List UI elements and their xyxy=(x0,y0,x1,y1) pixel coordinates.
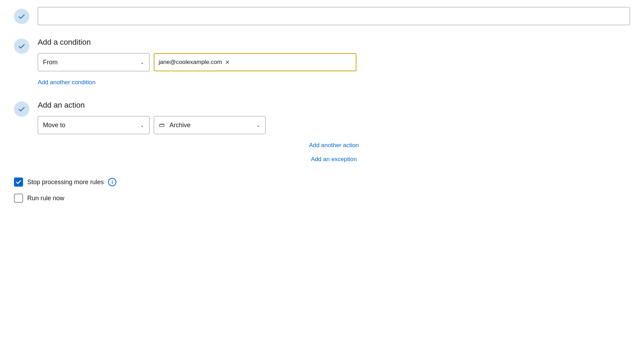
action-section: Add an action Move to ⌄ 🗃 Archive ⌄ Add … xyxy=(14,101,630,165)
run-rule-now-checkbox[interactable] xyxy=(14,194,23,203)
condition-title: Add a condition xyxy=(38,38,630,47)
archive-icon: 🗃 xyxy=(159,122,165,128)
action-check-icon xyxy=(14,101,29,117)
email-tag: jane@coolexample.com ✕ xyxy=(159,59,230,66)
rule-name-section: Jane xyxy=(14,7,630,25)
action-type-text: Move to xyxy=(43,122,65,129)
action-type-dropdown[interactable]: Move to ⌄ xyxy=(38,116,150,134)
condition-dropdowns-row: From ⌄ jane@coolexample.com ✕ xyxy=(38,53,630,71)
bottom-section: Stop processing more rules i Run rule no… xyxy=(14,178,630,203)
condition-type-label: From xyxy=(43,59,58,66)
condition-value-input[interactable]: jane@coolexample.com ✕ xyxy=(154,53,356,71)
condition-check-icon xyxy=(14,38,29,54)
action-folder-label: 🗃 Archive xyxy=(159,122,190,129)
condition-section: Add a condition From ⌄ jane@coolexample.… xyxy=(14,38,630,88)
run-rule-now-row: Run rule now xyxy=(14,194,630,203)
stop-processing-info-icon[interactable]: i xyxy=(108,178,116,186)
action-folder-dropdown[interactable]: 🗃 Archive ⌄ xyxy=(154,116,266,134)
condition-type-chevron: ⌄ xyxy=(140,59,144,65)
email-tag-value: jane@coolexample.com xyxy=(159,59,222,66)
add-condition-link-wrapper: Add another condition xyxy=(38,77,630,88)
email-tag-close[interactable]: ✕ xyxy=(225,59,230,66)
add-action-button[interactable]: Add another action xyxy=(38,140,630,151)
add-links-group: Add another action Add an exception xyxy=(38,140,630,165)
action-folder-text: Archive xyxy=(169,122,190,129)
stop-processing-label: Stop processing more rules xyxy=(27,179,104,186)
add-condition-button[interactable]: Add another condition xyxy=(38,77,95,88)
action-type-label: Move to xyxy=(43,122,65,129)
action-dropdowns-row: Move to ⌄ 🗃 Archive ⌄ xyxy=(38,116,630,134)
condition-type-text: From xyxy=(43,59,58,66)
add-exception-button[interactable]: Add an exception xyxy=(38,154,630,165)
stop-processing-checkbox[interactable] xyxy=(14,178,23,187)
rule-name-check-icon xyxy=(14,9,29,24)
run-rule-now-label: Run rule now xyxy=(27,195,64,202)
action-content: Add an action Move to ⌄ 🗃 Archive ⌄ Add … xyxy=(38,101,630,165)
condition-content: Add a condition From ⌄ jane@coolexample.… xyxy=(38,38,630,88)
action-folder-chevron: ⌄ xyxy=(256,122,260,128)
rule-name-input[interactable]: Jane xyxy=(38,7,630,25)
action-title: Add an action xyxy=(38,101,630,110)
stop-processing-row: Stop processing more rules i xyxy=(14,178,630,187)
action-type-chevron: ⌄ xyxy=(140,122,144,128)
condition-type-dropdown[interactable]: From ⌄ xyxy=(38,53,150,71)
info-icon-letter: i xyxy=(111,179,113,185)
